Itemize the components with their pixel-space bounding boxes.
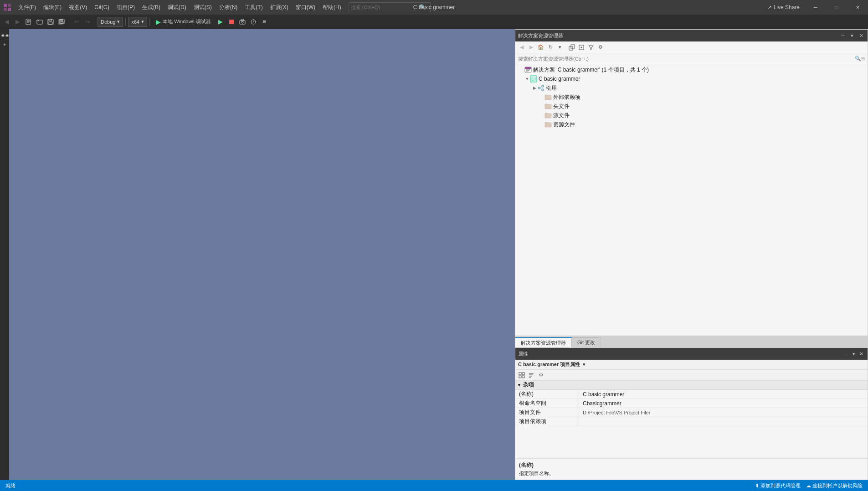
menu-edit[interactable]: 编辑(E)	[40, 0, 65, 15]
menu-tools[interactable]: 工具(T)	[241, 0, 266, 15]
toolbar-watch-button[interactable]	[248, 17, 258, 27]
toolbar-debug-config-dropdown[interactable]: Debug ▾	[98, 17, 123, 27]
restore-button[interactable]: □	[826, 0, 847, 15]
se-unpin-button[interactable]: ▾	[848, 32, 856, 39]
toolbar-attach-button[interactable]	[237, 17, 247, 27]
toolbar-open-file-button[interactable]	[35, 17, 45, 27]
se-forward-button[interactable]: ▶	[527, 43, 536, 52]
toolbar-run-small-button[interactable]: ▶	[216, 17, 226, 27]
prop-row-deps: 项目依赖项	[515, 417, 868, 426]
se-search-input[interactable]	[518, 56, 855, 62]
prop-dropdown-arrow[interactable]: ▾	[583, 362, 586, 367]
solution-icon	[524, 66, 532, 73]
toolbar-save-button[interactable]	[46, 17, 56, 27]
toolbar-redo-button[interactable]: ↪	[82, 17, 92, 27]
solution-explorer-titlebar: 解决方案资源管理器 ─ ▾ ✕	[515, 30, 868, 41]
svg-rect-8	[37, 20, 42, 24]
activity-bar-item-1[interactable]: ◉◉	[0, 31, 9, 39]
menu-window[interactable]: 窗口(W)	[292, 0, 319, 15]
se-pin-button[interactable]: ─	[839, 32, 847, 39]
tree-item-references[interactable]: ▶ 引用	[515, 83, 868, 93]
toolbar-undo-button[interactable]: ↩	[72, 17, 82, 27]
live-share-button[interactable]: ↗ Live Share	[762, 0, 805, 15]
prop-grid-button[interactable]	[517, 371, 526, 379]
expand-icon-project: ▼	[524, 77, 530, 81]
right-panel: 解决方案资源管理器 ─ ▾ ✕ ◀ ▶ 🏠 ↻ ▾	[515, 29, 868, 480]
se-back-button[interactable]: ◀	[517, 43, 526, 52]
menu-file[interactable]: 文件(F)	[15, 0, 40, 15]
main-area: ◉◉ ◈ 解决方案资源管理器 ─ ▾ ✕ ◀ ▶ 🏠 ↻ ▾	[0, 29, 868, 480]
prop-settings-button[interactable]: ⚙	[536, 371, 545, 379]
se-search-bar: 🔍 ⊞	[515, 53, 868, 64]
toolbar-new-button[interactable]	[24, 17, 34, 27]
toolbar-extra-button[interactable]: ≡	[259, 17, 269, 27]
editor-area[interactable]	[9, 29, 515, 480]
tree-item-project[interactable]: ▼ C++ C basic grammer	[515, 74, 868, 83]
status-add-to-source[interactable]: ⬆ 添加到源代码管理	[753, 480, 802, 491]
references-icon	[537, 84, 544, 92]
status-notification-text: ☁ 连接到帐户以解锁风险	[806, 482, 863, 489]
svg-rect-33	[526, 70, 529, 71]
status-ready-text: 就绪	[5, 482, 15, 489]
resource-files-label: 资源文件	[553, 121, 575, 129]
prop-unpin-button[interactable]: ▾	[850, 350, 858, 357]
toolbar-stop-button[interactable]	[226, 17, 236, 27]
se-home-button[interactable]: 🏠	[536, 43, 545, 52]
minimize-button[interactable]: ─	[805, 0, 826, 15]
activity-bar-item-2[interactable]: ◈	[0, 40, 9, 48]
external-deps-label: 外部依赖项	[553, 93, 580, 101]
menu-analyze[interactable]: 分析(N)	[216, 0, 241, 15]
prop-projfile-label: 项目文件	[515, 408, 579, 417]
toolbar-forward-button[interactable]: ▶	[13, 17, 23, 27]
title-search-input[interactable]	[349, 5, 417, 10]
se-tab-git-changes[interactable]: Git 更改	[572, 337, 601, 347]
svg-rect-34	[526, 71, 529, 72]
se-show-all-button[interactable]	[577, 43, 586, 52]
se-search-icon: 🔍	[855, 56, 861, 62]
close-button[interactable]: ✕	[847, 0, 868, 15]
prop-desc-title: (名称)	[519, 461, 864, 469]
tree-item-external-deps[interactable]: 外部依赖项	[515, 93, 868, 102]
tree-item-solution[interactable]: 解决方案 'C basic grammer' (1 个项目，共 1 个)	[515, 65, 868, 74]
menu-debug[interactable]: 调试(D)	[164, 0, 190, 15]
toolbar-run-button[interactable]: ▶ 本地 Windows 调试器	[152, 17, 215, 27]
menu-build[interactable]: 生成(B)	[139, 0, 164, 15]
header-files-folder-icon	[544, 103, 552, 110]
toolbar-save-all-button[interactable]	[56, 17, 67, 27]
menu-view[interactable]: 视图(V)	[65, 0, 91, 15]
svg-rect-44	[522, 372, 524, 375]
se-sync-button[interactable]: ↻	[546, 43, 555, 52]
prop-pin-button[interactable]: ─	[843, 350, 850, 357]
prop-section-expand-icon: ▼	[517, 383, 521, 388]
menu-extensions[interactable]: 扩展(X)	[267, 0, 292, 15]
toolbar-back-button[interactable]: ◀	[2, 17, 12, 27]
se-tab-solution-explorer[interactable]: 解决方案资源管理器	[515, 337, 572, 347]
menu-test[interactable]: 测试(S)	[190, 0, 216, 15]
se-panel-tabs: 解决方案资源管理器 Git 更改	[515, 336, 868, 347]
menu-git[interactable]: Git(G)	[91, 0, 113, 15]
prop-section-misc[interactable]: ▼ 杂项	[515, 381, 868, 390]
prop-description: (名称) 指定项目名称。	[515, 458, 868, 480]
se-settings-button[interactable]: ⚙	[596, 43, 605, 52]
svg-rect-3	[8, 8, 11, 11]
prop-namespace-label: 根命名空间	[515, 399, 579, 408]
live-share-icon: ↗	[767, 4, 772, 10]
tree-item-header-files[interactable]: 头文件	[515, 102, 868, 111]
status-notification[interactable]: ☁ 连接到帐户以解锁风险	[804, 480, 864, 491]
solution-explorer: 解决方案资源管理器 ─ ▾ ✕ ◀ ▶ 🏠 ↻ ▾	[515, 29, 868, 348]
prop-sort-button[interactable]	[527, 371, 536, 379]
se-close-button[interactable]: ✕	[858, 32, 865, 39]
tree-item-resource-files[interactable]: 资源文件	[515, 120, 868, 129]
tree-item-source-files[interactable]: 源文件	[515, 111, 868, 120]
title-bar: 文件(F) 编辑(E) 视图(V) Git(G) 项目(P) 生成(B) 调试(…	[0, 0, 868, 15]
se-search-clear-icon[interactable]: ⊞	[861, 56, 865, 61]
prop-close-button[interactable]: ✕	[858, 350, 865, 357]
menu-help[interactable]: 帮助(H)	[319, 0, 345, 15]
se-filter-button[interactable]	[586, 43, 596, 52]
menu-project[interactable]: 项目(P)	[113, 0, 139, 15]
se-collapse-button[interactable]	[567, 43, 576, 52]
toolbar-platform-dropdown[interactable]: x64 ▾	[128, 17, 147, 27]
se-sync-arrow-button[interactable]: ▾	[555, 43, 565, 52]
debug-config-arrow: ▾	[117, 19, 120, 25]
status-ready[interactable]: 就绪	[4, 480, 17, 491]
